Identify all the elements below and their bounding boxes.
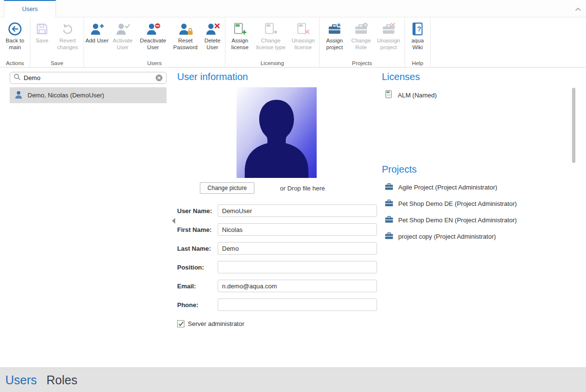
save-label: Save <box>36 38 48 44</box>
user-information-panel: User information Change picture or Drop … <box>172 68 382 367</box>
first-name-label: First Name: <box>177 226 218 233</box>
licenses-title: Licenses <box>382 71 420 82</box>
back-to-main-label: Back to main <box>1 38 29 51</box>
aqua-wiki-button[interactable]: ? aqua Wiki <box>406 19 429 51</box>
back-icon <box>8 20 22 38</box>
assign-license-icon: LIC <box>233 20 247 38</box>
vertical-scrollbar[interactable] <box>572 88 575 163</box>
change-role-icon <box>354 20 368 38</box>
ribbon-group-save: Save Revert changes Save <box>30 17 84 67</box>
deactivate-user-button[interactable]: Deactivate User <box>136 19 170 51</box>
project-item-label: Pet Shop Demo EN (Project Administrator) <box>398 216 517 224</box>
ribbon: Back to main Actions Save Revert changes… <box>0 17 586 68</box>
reset-password-button[interactable]: Reset Password <box>170 19 201 51</box>
unassign-project-label: Unassign project <box>374 38 404 51</box>
add-user-button[interactable]: Add User <box>85 19 109 44</box>
ribbon-group-projects-label: Projects <box>320 60 405 66</box>
search-box[interactable] <box>10 72 167 84</box>
avatar-silhouette <box>237 87 317 178</box>
bottom-tab-users[interactable]: Users <box>5 373 37 387</box>
unassign-license-icon <box>296 20 310 38</box>
change-license-type-label: Change license type <box>253 38 288 51</box>
tab-users[interactable]: Users <box>4 0 56 17</box>
delete-user-icon <box>205 20 220 38</box>
user-list-panel: Demo, Nicolas (DemoUser) <box>0 68 172 367</box>
aqua-wiki-label: aqua Wiki <box>406 38 429 51</box>
clear-search-icon[interactable] <box>155 74 163 81</box>
change-role-button[interactable]: Change Role <box>349 19 374 51</box>
briefcase-icon <box>384 182 394 192</box>
project-item[interactable]: Agile Project (Project Administrator) <box>384 182 517 192</box>
server-administrator-checkbox[interactable] <box>177 320 184 327</box>
search-icon <box>14 73 21 82</box>
revert-changes-label: Revert changes <box>53 38 83 51</box>
bottom-tab-roles[interactable]: Roles <box>46 373 77 387</box>
briefcase-icon <box>384 198 394 209</box>
projects-title: Projects <box>382 164 417 175</box>
project-item-label: project copy (Project Administrator) <box>398 233 496 240</box>
add-user-icon <box>90 20 104 38</box>
change-license-icon <box>264 20 278 38</box>
server-administrator-row: Server administrator <box>177 320 244 327</box>
save-button[interactable]: Save <box>31 19 53 44</box>
ribbon-group-help-label: Help <box>405 60 430 66</box>
position-field[interactable] <box>218 261 377 273</box>
assign-project-label: Assign project <box>321 38 349 51</box>
wiki-icon: ? <box>411 20 424 38</box>
first-name-field[interactable] <box>218 223 377 236</box>
unassign-license-label: Unassign license <box>288 38 318 51</box>
activate-user-button[interactable]: Activate User <box>109 19 136 51</box>
ribbon-group-users-label: Users <box>84 60 225 66</box>
license-item-label: ALM (Named) <box>398 92 437 99</box>
svg-text:LIC: LIC <box>387 91 390 93</box>
activate-user-label: Activate User <box>109 38 136 51</box>
drop-file-hint: or Drop file here <box>280 185 325 192</box>
form-row-user-name: User Name: <box>177 204 377 217</box>
deactivate-user-label: Deactivate User <box>136 38 170 51</box>
revert-changes-button[interactable]: Revert changes <box>53 19 83 51</box>
user-name-label: User Name: <box>177 207 218 215</box>
license-item[interactable]: LIC ALM (Named) <box>384 90 437 100</box>
user-name-field[interactable] <box>218 204 377 217</box>
reset-password-icon <box>178 20 193 38</box>
change-license-type-button[interactable]: Change license type <box>253 19 288 51</box>
project-item[interactable]: Pet Shop Demo EN (Project Administrator) <box>384 215 517 225</box>
form-row-position: Position: <box>177 261 377 273</box>
form-row-email: Email: <box>177 280 377 292</box>
user-list-item[interactable]: Demo, Nicolas (DemoUser) <box>10 87 167 103</box>
svg-text:LIC: LIC <box>236 25 239 27</box>
form-row-last-name: Last Name: <box>177 242 377 255</box>
email-field[interactable] <box>218 280 377 292</box>
email-label: Email: <box>177 283 218 290</box>
delete-user-button[interactable]: Delete User <box>201 19 224 51</box>
unassign-project-button[interactable]: Unassign project <box>374 19 404 51</box>
last-name-field[interactable] <box>218 242 377 255</box>
project-item-label: Pet Shop Demo DE (Project Administrator) <box>398 200 517 207</box>
change-picture-label: Change picture <box>208 185 247 191</box>
back-to-main-button[interactable]: Back to main <box>1 19 29 51</box>
unassign-license-button[interactable]: Unassign license <box>288 19 318 51</box>
form-row-phone: Phone: <box>177 298 377 311</box>
project-item-label: Agile Project (Project Administrator) <box>398 184 497 191</box>
project-item[interactable]: Pet Shop Demo DE (Project Administrator) <box>384 199 517 208</box>
add-user-label: Add User <box>85 38 109 44</box>
assign-license-button[interactable]: LIC Assign license <box>226 19 253 51</box>
tab-users-label: Users <box>22 6 38 13</box>
user-information-title: User information <box>177 71 248 82</box>
revert-icon <box>61 20 74 38</box>
collapse-ribbon-icon[interactable] <box>575 5 581 14</box>
project-item[interactable]: project copy (Project Administrator) <box>384 231 517 241</box>
change-picture-button[interactable]: Change picture <box>200 182 254 194</box>
user-form: User Name: First Name: Last Name: Positi… <box>177 204 377 317</box>
change-role-label: Change Role <box>349 38 374 51</box>
check-icon <box>178 321 184 326</box>
ribbon-group-users: Add User Activate User Deactivate User R… <box>84 17 225 67</box>
unassign-project-icon <box>381 20 396 38</box>
license-icon: LIC <box>384 90 393 100</box>
assign-project-button[interactable]: Assign project <box>321 19 349 51</box>
ribbon-group-projects: Assign project Change Role Unassign proj… <box>320 17 405 67</box>
search-input[interactable] <box>24 74 153 81</box>
phone-field[interactable] <box>218 298 377 311</box>
phone-label: Phone: <box>177 301 218 309</box>
last-name-label: Last Name: <box>177 245 218 252</box>
